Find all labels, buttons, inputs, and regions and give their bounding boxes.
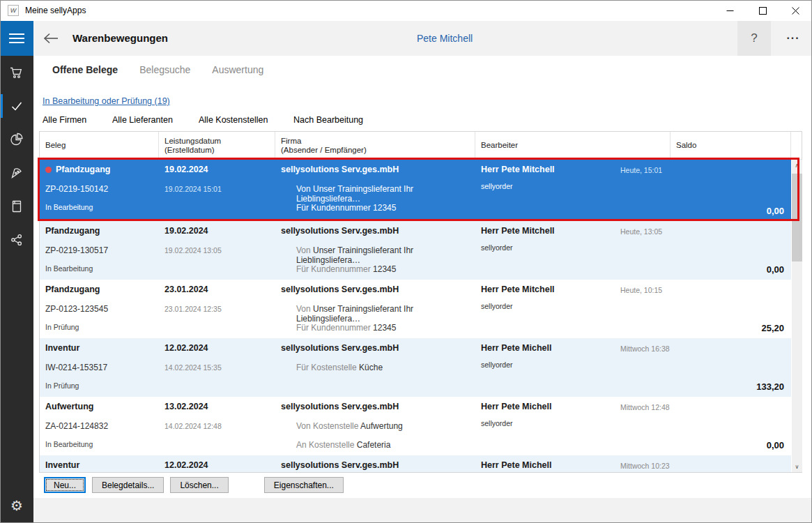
hamburger-icon xyxy=(9,33,24,35)
saldo-cell: 0,00 xyxy=(671,397,791,455)
scroll-up-icon[interactable]: ∧ xyxy=(792,160,802,170)
filter-firmen[interactable]: Alle Firmen xyxy=(43,115,86,125)
close-button[interactable] xyxy=(779,0,812,21)
beleg-type: Pfandzugang xyxy=(45,165,110,174)
firma-name: sellysolutions Serv.ges.mbH xyxy=(281,285,399,294)
window-controls xyxy=(714,0,812,21)
beleg-status: In Prüfung xyxy=(45,381,79,390)
firma-detail-value: Küche xyxy=(359,363,383,372)
gear-icon: ⚙ xyxy=(10,497,23,514)
more-options-button[interactable]: ··· xyxy=(778,21,809,56)
leistungsdatum: 12.02.2024 xyxy=(164,343,208,353)
filter-kostenstellen[interactable]: Alle Kostenstellen xyxy=(199,115,268,125)
bearbeiter-cell: Herr Pete MitchellsellyorderHeute, 10:15 xyxy=(475,280,671,338)
firma-cell: sellysolutions Serv.ges.mbHVon Unser Tra… xyxy=(275,160,475,221)
eigenschaften-button[interactable]: Eigenschaften... xyxy=(264,477,344,493)
table-row[interactable]: PfandzugangZP-0123-123545In Prüfung23.01… xyxy=(40,280,791,338)
firma-detail-line: Von Unser Trainingslieferant Ihr Lieblin… xyxy=(296,304,475,324)
help-button[interactable]: ? xyxy=(737,21,771,56)
table-row[interactable]: AufwertungZA-0214-124832In Bearbeitung13… xyxy=(40,397,791,455)
firma-cell: sellysolutions Serv.ges.mbHVon Unser Tra… xyxy=(275,221,475,280)
app-icon: W xyxy=(8,5,19,16)
firma-detail-label: Für Kundennummer xyxy=(296,264,373,274)
neu-button[interactable]: Neu... xyxy=(44,477,86,493)
minimize-button[interactable] xyxy=(714,0,746,21)
leistungsdatum: 19.02.2024 xyxy=(164,226,208,236)
column-header-beleg[interactable]: Beleg xyxy=(40,132,159,159)
hamburger-menu-button[interactable] xyxy=(0,21,33,56)
beleg-cell: PfandzugangZP-0219-150142In Bearbeitung xyxy=(40,160,159,221)
datum-cell: 13.02.202414.02.2024 12:48 xyxy=(159,397,275,455)
bearbeiter-time: Mittwoch 10:23 xyxy=(620,462,670,470)
sidebar-item-journal[interactable] xyxy=(0,190,33,223)
beleg-type: Aufwertung xyxy=(45,402,93,411)
app-header: Warenbewegungen Pete Mitchell ? ··· xyxy=(33,21,812,56)
belegdetails-button[interactable]: Belegdetails... xyxy=(92,477,164,493)
erstelldatum: 19.02.2024 13:05 xyxy=(164,246,222,255)
bottom-strip xyxy=(33,498,812,523)
back-arrow-icon xyxy=(43,33,59,44)
back-button[interactable] xyxy=(43,31,59,46)
sidebar-item-reports[interactable] xyxy=(0,123,33,156)
firma-cell: sellysolutions Serv.ges.mbHVon Kostenste… xyxy=(275,397,475,455)
firma-detail-line: Für Kundennummer 12345 xyxy=(296,264,396,274)
settings-button[interactable]: ⚙ xyxy=(0,490,33,522)
loeschen-button[interactable]: Löschen... xyxy=(170,477,228,493)
bearbeiter-cell: Herr Pete MichellsellyorderMittwoch 16:3… xyxy=(475,338,671,397)
tab-offene-belege[interactable]: Offene Belege xyxy=(52,64,118,75)
firma-name: sellysolutions Serv.ges.mbH xyxy=(281,165,399,174)
firma-detail-label: Für Kundennummer xyxy=(296,323,373,333)
firma-detail-line: Von Unser Trainingslieferant Ihr Lieblin… xyxy=(296,245,475,265)
tab-belegsuche[interactable]: Belegsuche xyxy=(139,64,190,75)
saldo-cell xyxy=(671,455,791,472)
firma-detail-value: 12345 xyxy=(373,323,396,333)
sidebar-item-food[interactable] xyxy=(0,156,33,190)
scrollbar-thumb[interactable] xyxy=(792,174,802,262)
filter-lieferanten[interactable]: Alle Lieferanten xyxy=(112,115,173,125)
column-header-leistungsdatum[interactable]: Leistungsdatum (Erstelldatum) xyxy=(159,132,275,159)
table-row[interactable]: InventurIW-0214-153517In Prüfung12.02.20… xyxy=(40,338,791,397)
sidebar-item-cart[interactable] xyxy=(0,56,33,89)
vertical-scrollbar[interactable]: ∧ ∨ xyxy=(792,160,802,472)
bearbeiter-account: sellyorder xyxy=(481,243,513,252)
user-name[interactable]: Pete Mitchell xyxy=(417,33,473,44)
pie-chart-icon xyxy=(9,132,24,147)
table-row[interactable]: Inventur12.02.2024sellysolutions Serv.ge… xyxy=(40,455,791,472)
saldo-cell: 0,00 xyxy=(671,221,791,280)
firma-detail-label: Von xyxy=(296,304,313,314)
beleg-type-label: Inventur xyxy=(45,460,79,470)
sidebar-item-open-documents[interactable] xyxy=(0,89,33,123)
beleg-type: Inventur xyxy=(45,460,79,470)
firma-detail-line: Von Kostenstelle Aufwertung xyxy=(296,421,403,431)
bearbeiter-account: sellyorder xyxy=(481,182,513,190)
datum-cell: 12.02.202414.02.2024 15:35 xyxy=(159,338,275,397)
table-row[interactable]: PfandzugangZP-0219-130517In Bearbeitung1… xyxy=(40,221,791,280)
status-filter-link[interactable]: In Bearbeitung oder Prüfung (19) xyxy=(43,96,170,106)
column-header-firma[interactable]: Firma (Absender / Empfänger) xyxy=(275,132,475,159)
maximize-button[interactable] xyxy=(746,0,779,21)
bearbeiter-cell: Herr Pete MichellsellyorderMittwoch 12:4… xyxy=(475,397,671,455)
erstelldatum: 23.01.2024 12:35 xyxy=(164,305,222,313)
sidebar-item-network[interactable] xyxy=(0,223,33,257)
firma-detail-value: Aufwertung xyxy=(360,421,403,431)
column-header-bearbeiter[interactable]: Bearbeiter xyxy=(475,132,671,159)
leistungsdatum: 19.02.2024 xyxy=(164,165,208,174)
bearbeiter-time: Heute, 15:01 xyxy=(620,166,662,174)
tab-auswertung[interactable]: Auswertung xyxy=(212,64,263,75)
column-header-saldo[interactable]: Saldo xyxy=(671,132,791,159)
beleg-type-label: Pfandzugang xyxy=(56,165,110,174)
bearbeiter-name: Herr Pete Mitchell xyxy=(481,226,555,236)
scroll-down-icon[interactable]: ∨ xyxy=(792,462,802,471)
firma-detail-line: An Kostenstelle Cafeteria xyxy=(296,440,390,450)
beleg-number: IW-0214-153517 xyxy=(45,363,107,372)
datum-cell: 19.02.202419.02.2024 13:05 xyxy=(159,221,275,280)
sidebar: ⚙ xyxy=(0,56,33,523)
filter-bearbeitung[interactable]: Nach Bearbeitung xyxy=(293,115,363,125)
table-body: PfandzugangZP-0219-150142In Bearbeitung1… xyxy=(40,160,791,472)
table-row[interactable]: PfandzugangZP-0219-150142In Bearbeitung1… xyxy=(40,160,791,221)
saldo-cell: 25,20 xyxy=(671,280,791,338)
saldo-value: 0,00 xyxy=(767,264,784,275)
firma-detail-label: Von xyxy=(296,184,313,194)
bearbeiter-account: sellyorder xyxy=(481,302,513,310)
action-button-bar: Neu... Belegdetails... Löschen... Eigens… xyxy=(44,477,350,493)
